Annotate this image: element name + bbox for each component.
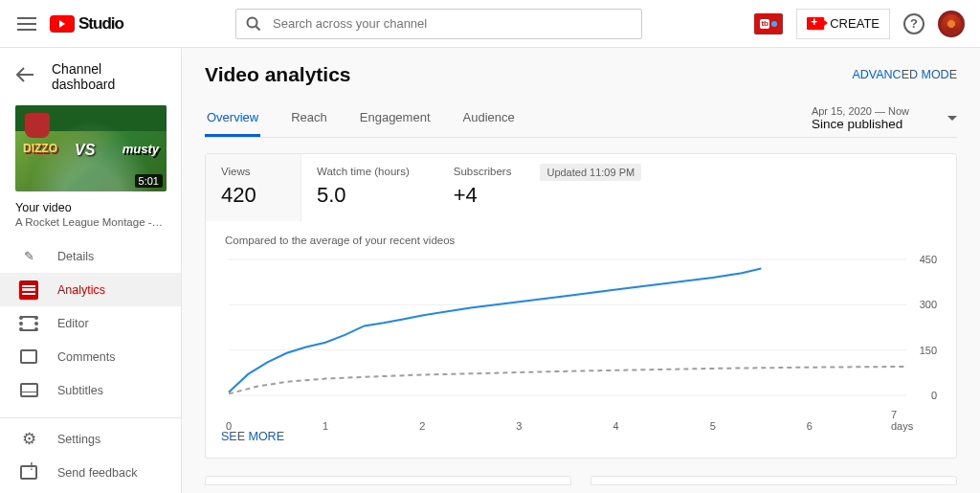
chart-x-tick: 0 bbox=[226, 420, 232, 432]
pencil-icon bbox=[19, 247, 38, 266]
sidebar-item-label: Analytics bbox=[57, 283, 105, 297]
subtitles-icon bbox=[19, 381, 38, 400]
thumb-name-right: musty bbox=[122, 142, 159, 156]
search-icon bbox=[246, 16, 261, 32]
search-container bbox=[131, 9, 746, 39]
sidebar-item-label: Editor bbox=[57, 317, 89, 330]
metric-value: +4 bbox=[454, 183, 512, 208]
sidebar-item-label: Settings bbox=[57, 433, 100, 446]
metric-watch-time[interactable]: Watch time (hours) 5.0 bbox=[301, 154, 438, 221]
views-chart: 015030045001234567 days bbox=[225, 254, 937, 416]
sidebar-title: Channel dashboard bbox=[52, 61, 166, 92]
sidebar-item-label: Details bbox=[57, 250, 94, 263]
app-header: Studio tb CREATE ? bbox=[0, 0, 980, 48]
sidebar-item-comments[interactable]: Comments bbox=[0, 340, 181, 373]
chart-x-tick: 4 bbox=[613, 420, 619, 432]
metric-views[interactable]: Views 420 bbox=[206, 154, 301, 221]
chart-y-tick: 450 bbox=[920, 254, 937, 265]
page-title: Video analytics bbox=[205, 63, 351, 86]
tabs-row: Overview Reach Engagement Audience Apr 1… bbox=[205, 105, 957, 138]
search-input[interactable] bbox=[273, 16, 632, 31]
sidebar: Channel dashboard DIZZO VS musty 5:01 Yo… bbox=[0, 48, 182, 493]
tab-overview[interactable]: Overview bbox=[205, 110, 260, 137]
sidebar-nav: Details Analytics Editor Comments Subtit… bbox=[0, 239, 181, 407]
tab-reach[interactable]: Reach bbox=[289, 110, 329, 137]
create-video-icon bbox=[807, 17, 824, 30]
sidebar-item-subtitles[interactable]: Subtitles bbox=[0, 373, 181, 407]
tab-audience[interactable]: Audience bbox=[461, 110, 517, 137]
help-icon[interactable]: ? bbox=[903, 13, 924, 34]
youtube-play-icon bbox=[50, 15, 75, 33]
gear-icon bbox=[19, 430, 38, 449]
chart-x-tick: 6 bbox=[807, 420, 813, 432]
comment-icon bbox=[19, 347, 38, 367]
tab-engagement[interactable]: Engagement bbox=[358, 110, 433, 137]
thumb-name-left: DIZZO bbox=[23, 142, 57, 155]
main-content: Video analytics ADVANCED MODE Overview R… bbox=[182, 48, 980, 493]
studio-logo[interactable]: Studio bbox=[50, 14, 123, 34]
see-more-link[interactable]: SEE MORE bbox=[206, 416, 284, 443]
chart-y-tick: 0 bbox=[931, 390, 937, 401]
video-label: Your video bbox=[0, 201, 181, 214]
date-range-picker[interactable]: Apr 15, 2020 — Now Since published bbox=[812, 105, 957, 137]
sidebar-item-analytics[interactable]: Analytics bbox=[0, 273, 181, 306]
date-range-label: Since published bbox=[812, 117, 909, 131]
metric-label: Views bbox=[221, 166, 272, 177]
sidebar-item-feedback[interactable]: Send feedback bbox=[0, 456, 181, 489]
metric-label: Watch time (hours) bbox=[317, 166, 410, 177]
updated-badge: Updated 11:09 PM bbox=[540, 164, 641, 181]
thumb-vs: VS bbox=[75, 142, 95, 159]
sidebar-item-editor[interactable]: Editor bbox=[0, 306, 181, 340]
chevron-down-icon bbox=[947, 116, 957, 121]
video-subtitle: A Rocket League Montage - DIZZO V... bbox=[0, 214, 181, 239]
compared-label: Compared to the average of your recent v… bbox=[225, 235, 937, 246]
chart-x-tick: 7 days bbox=[891, 409, 922, 432]
chart-y-tick: 300 bbox=[920, 299, 937, 310]
metric-value: 420 bbox=[221, 183, 272, 208]
analytics-icon bbox=[19, 280, 38, 300]
secondary-cards bbox=[205, 476, 957, 485]
editor-icon bbox=[19, 314, 38, 333]
chart-x-tick: 3 bbox=[516, 420, 522, 432]
sidebar-item-details[interactable]: Details bbox=[0, 239, 181, 273]
hamburger-menu-icon[interactable] bbox=[15, 12, 38, 35]
card-placeholder bbox=[205, 476, 571, 485]
search-box[interactable] bbox=[235, 9, 642, 39]
overview-card: Views 420 Watch time (hours) 5.0 Subscri… bbox=[205, 153, 957, 459]
sidebar-item-settings[interactable]: Settings bbox=[0, 422, 181, 456]
sidebar-item-label: Send feedback bbox=[57, 466, 137, 480]
tubebuddy-extension-icon[interactable]: tb bbox=[754, 13, 783, 34]
header-right: tb CREATE ? bbox=[754, 9, 965, 39]
feedback-icon bbox=[19, 463, 38, 482]
metric-value: 5.0 bbox=[317, 183, 410, 208]
account-avatar[interactable] bbox=[938, 11, 965, 37]
sidebar-item-label: Comments bbox=[57, 350, 115, 364]
metric-subscribers[interactable]: Subscribers +4 bbox=[438, 154, 541, 221]
thumb-duration: 5:01 bbox=[135, 174, 163, 188]
sidebar-item-label: Subtitles bbox=[57, 384, 103, 397]
metric-label: Subscribers bbox=[454, 166, 512, 177]
chart-y-tick: 150 bbox=[920, 345, 937, 356]
chart-x-tick: 1 bbox=[323, 420, 328, 432]
create-button[interactable]: CREATE bbox=[796, 9, 890, 39]
create-button-label: CREATE bbox=[830, 16, 880, 31]
chart-x-tick: 5 bbox=[710, 420, 716, 432]
date-range-subtitle: Apr 15, 2020 — Now bbox=[812, 105, 909, 117]
logo-text: Studio bbox=[78, 14, 123, 34]
card-placeholder bbox=[590, 476, 957, 485]
advanced-mode-link[interactable]: ADVANCED MODE bbox=[852, 68, 957, 81]
back-arrow-icon[interactable] bbox=[15, 67, 34, 86]
svg-point-0 bbox=[248, 17, 257, 27]
chart-x-tick: 2 bbox=[419, 420, 425, 432]
video-thumbnail[interactable]: DIZZO VS musty 5:01 bbox=[15, 105, 167, 191]
